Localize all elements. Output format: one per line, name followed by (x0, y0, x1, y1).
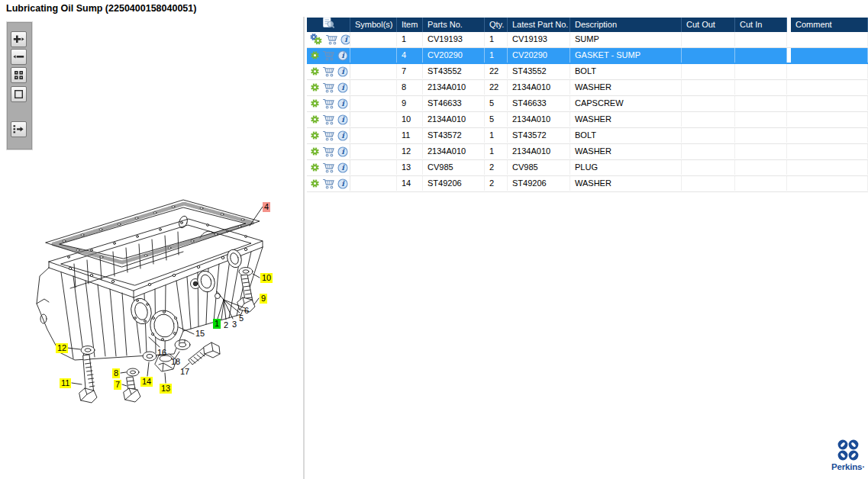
cell-parts_no: ST49206 (423, 176, 485, 191)
column-header-item[interactable]: Item (397, 18, 423, 32)
cell-item: 4 (397, 48, 423, 63)
gear-icon[interactable] (310, 178, 320, 188)
gear-icon[interactable] (310, 98, 320, 108)
gear-icon[interactable] (310, 114, 320, 124)
doc-search-icon (322, 18, 335, 32)
callout-7[interactable]: 7 (114, 380, 121, 390)
cart-icon[interactable] (322, 162, 335, 173)
cell-parts_no: ST46633 (423, 96, 485, 111)
gear-icon[interactable] (310, 146, 320, 156)
callout-9[interactable]: 9 (260, 294, 267, 304)
cell-cut_out (682, 32, 735, 47)
callout-8[interactable]: 8 (112, 368, 120, 378)
gear-icon[interactable] (310, 82, 320, 92)
perkins-logo-text: Perkins· (831, 462, 866, 471)
table-row[interactable]: i13CV9852CV985PLUG (307, 160, 868, 176)
gear-icon[interactable] (310, 130, 320, 140)
column-header-icons[interactable] (307, 18, 350, 32)
cell-cut_in (735, 64, 787, 79)
cart-icon[interactable] (322, 114, 335, 125)
cell-latest_part_no: 2134A010 (508, 80, 570, 95)
gear-icon[interactable] (310, 66, 320, 76)
toggle-parts-list-button[interactable] (11, 121, 27, 137)
callout-11[interactable]: 11 (60, 378, 71, 388)
callout-4[interactable]: 4 (263, 202, 270, 212)
cart-icon[interactable] (322, 50, 335, 61)
info-icon[interactable]: i (337, 162, 348, 173)
column-header-cut_in[interactable]: Cut In (735, 18, 787, 32)
table-row[interactable]: i82134A010222134A010WASHER (307, 80, 868, 96)
cart-icon[interactable] (322, 66, 335, 77)
info-icon[interactable]: i (337, 82, 348, 93)
cart-icon[interactable] (325, 34, 338, 45)
table-row[interactable]: i102134A01052134A010WASHER (307, 112, 868, 128)
cell-qty: 1 (485, 144, 508, 159)
cell-symbols (350, 64, 397, 79)
table-row[interactable]: i1CV191931CV19193SUMP (307, 32, 868, 48)
cell-description: BOLT (570, 128, 682, 143)
cell-latest_part_no: ST43572 (508, 128, 570, 143)
cart-icon[interactable] (322, 130, 335, 141)
column-header-qty[interactable]: Qty. (485, 18, 508, 32)
table-row[interactable]: i7ST4355222ST43552BOLT (307, 64, 868, 80)
cart-icon[interactable] (322, 98, 335, 109)
column-header-cut_out[interactable]: Cut Out (682, 18, 735, 32)
callout-1[interactable]: 1 (213, 319, 221, 329)
info-icon[interactable]: i (337, 178, 348, 189)
cart-icon[interactable] (322, 146, 335, 157)
cart-icon[interactable] (322, 82, 335, 93)
table-row[interactable]: i9ST466335ST46633CAPSCREW (307, 96, 868, 112)
cell-symbols (350, 176, 397, 191)
cell-cut_in (735, 144, 787, 159)
column-header-latest_part_no[interactable]: Latest Part No. (508, 18, 570, 32)
cell-parts_no: 2134A010 (423, 144, 485, 159)
column-header-parts_no[interactable]: Parts No. (423, 18, 485, 32)
cell-comment (791, 160, 868, 175)
column-header-comment[interactable]: Comment (791, 18, 868, 32)
fit-view-button[interactable] (11, 86, 27, 102)
cell-comment (791, 96, 868, 111)
cell-latest_part_no: ST46633 (508, 96, 570, 111)
zoom-out-button[interactable] (11, 49, 27, 65)
cell-item: 13 (397, 160, 423, 175)
table-row[interactable]: i14ST492062ST49206WASHER (307, 176, 868, 192)
gears-double-icon[interactable] (310, 34, 323, 45)
callout-14[interactable]: 14 (140, 377, 153, 387)
cell-cut_in (735, 48, 787, 63)
callout-18: 18 (171, 357, 180, 367)
info-icon[interactable]: i (337, 66, 348, 77)
cell-latest_part_no: ST43552 (508, 64, 570, 79)
info-icon[interactable]: i (340, 34, 350, 45)
tile-view-button[interactable] (11, 67, 27, 83)
info-icon[interactable]: i (337, 98, 348, 109)
zoom-in-button[interactable] (11, 31, 27, 47)
cell-item: 9 (397, 96, 423, 111)
info-icon[interactable]: i (337, 146, 348, 157)
column-header-symbols[interactable]: Symbol(s) (350, 18, 397, 32)
info-icon[interactable]: i (337, 130, 348, 141)
cell-cut_in (735, 160, 787, 175)
table-row-selected[interactable]: i4CV202901CV20290GASKET - SUMP (307, 48, 868, 64)
diagram-toolbar (6, 21, 33, 150)
cell-parts_no: 2134A010 (423, 112, 485, 127)
callout-12[interactable]: 12 (56, 343, 68, 353)
table-row[interactable]: i11ST435721ST43572BOLT (307, 128, 868, 144)
callout-2: 2 (224, 320, 228, 330)
cart-icon[interactable] (322, 178, 335, 189)
callout-6: 6 (244, 306, 249, 316)
cell-parts_no: ST43572 (423, 128, 485, 143)
cell-cut_out (682, 144, 735, 159)
info-icon[interactable]: i (337, 50, 348, 61)
cell-parts_no: CV19193 (423, 32, 485, 47)
callout-13[interactable]: 13 (160, 384, 172, 394)
table-row[interactable]: i122134A01012134A010WASHER (307, 144, 868, 160)
callout-10[interactable]: 10 (260, 273, 273, 283)
gear-icon[interactable] (310, 50, 320, 60)
column-header-description[interactable]: Description (570, 18, 682, 32)
cell-latest_part_no: 2134A010 (508, 112, 570, 127)
cell-comment (791, 112, 868, 127)
gear-icon[interactable] (310, 162, 320, 172)
info-icon[interactable]: i (337, 114, 348, 125)
panel-divider[interactable] (303, 17, 305, 479)
cell-comment (791, 128, 868, 143)
